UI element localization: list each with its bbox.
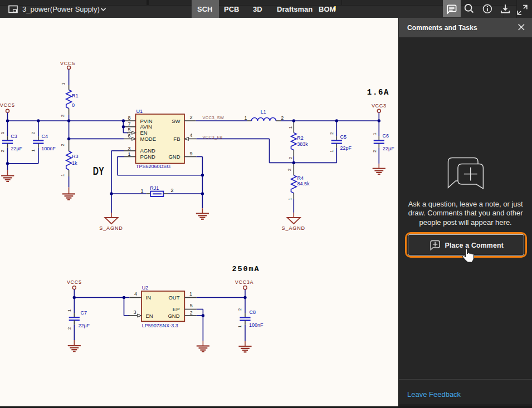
svg-text:1: 1	[287, 198, 292, 200]
svg-text:9: 9	[190, 151, 193, 156]
svg-text:4: 4	[134, 291, 137, 297]
svg-text:3: 3	[133, 309, 136, 315]
svg-text:1: 1	[189, 291, 192, 297]
svg-text:FB: FB	[173, 136, 180, 142]
svg-text:VCC3A: VCC3A	[235, 279, 254, 285]
svg-text:2: 2	[287, 168, 292, 171]
svg-text:C3: C3	[11, 134, 17, 139]
svg-text:5: 5	[190, 303, 193, 308]
svg-text:GND: GND	[168, 154, 180, 160]
svg-text:2: 2	[190, 310, 193, 316]
svg-text:AVIN: AVIN	[140, 124, 153, 130]
svg-text:2: 2	[0, 150, 5, 153]
svg-text:6: 6	[128, 133, 130, 139]
svg-text:2: 2	[31, 131, 36, 134]
svg-text:0: 0	[72, 102, 75, 108]
svg-text:1.6A: 1.6A	[367, 88, 389, 97]
svg-text:PGND: PGND	[140, 154, 156, 160]
svg-text:VCC5: VCC5	[60, 61, 75, 66]
svg-text:1: 1	[67, 309, 72, 312]
svg-text:1: 1	[0, 131, 5, 134]
svg-text:4: 4	[190, 132, 193, 138]
svg-text:2: 2	[288, 156, 293, 159]
svg-text:LP5907SNX-3.3: LP5907SNX-3.3	[142, 323, 178, 328]
svg-text:7: 7	[128, 121, 130, 127]
svg-text:100nF: 100nF	[41, 146, 56, 151]
svg-text:RJ1: RJ1	[150, 185, 159, 191]
svg-text:IN: IN	[146, 294, 152, 301]
svg-text:EP: EP	[173, 306, 180, 312]
svg-text:5: 5	[128, 127, 130, 132]
svg-text:383k: 383k	[297, 141, 308, 147]
svg-text:C7: C7	[81, 310, 87, 316]
svg-text:U1: U1	[136, 109, 143, 114]
svg-text:2: 2	[372, 150, 377, 153]
svg-text:2: 2	[281, 115, 284, 121]
svg-text:1: 1	[31, 149, 36, 152]
svg-text:22pF: 22pF	[340, 145, 352, 151]
svg-text:EN: EN	[146, 313, 153, 319]
svg-text:R1: R1	[72, 93, 79, 99]
svg-text:L1: L1	[261, 109, 266, 115]
svg-text:GND: GND	[168, 313, 179, 319]
svg-text:3: 3	[128, 146, 130, 151]
svg-text:1k: 1k	[72, 160, 77, 166]
svg-text:84.5k: 84.5k	[297, 181, 310, 186]
svg-text:R3: R3	[72, 154, 79, 159]
svg-text:2: 2	[237, 308, 242, 311]
svg-text:PVIN: PVIN	[140, 118, 153, 124]
svg-text:VCC3_FB: VCC3_FB	[203, 135, 223, 140]
svg-text:2: 2	[67, 327, 72, 330]
svg-text:R2: R2	[297, 135, 304, 141]
svg-text:1: 1	[288, 126, 293, 129]
svg-text:AGND: AGND	[140, 148, 156, 154]
svg-text:S_AGND: S_AGND	[99, 225, 123, 231]
svg-text:EN: EN	[140, 130, 148, 136]
svg-text:22µF: 22µF	[78, 323, 90, 328]
svg-text:C6: C6	[383, 133, 389, 139]
svg-text:1: 1	[140, 188, 143, 194]
svg-text:VCC3: VCC3	[372, 103, 387, 109]
svg-text:OUT: OUT	[168, 294, 179, 301]
svg-text:1: 1	[60, 174, 65, 176]
svg-text:1: 1	[329, 150, 334, 153]
svg-text:C8: C8	[250, 309, 256, 315]
svg-text:VCC3_SW: VCC3_SW	[203, 115, 224, 120]
svg-text:1: 1	[61, 82, 66, 85]
svg-text:MODE: MODE	[140, 136, 157, 142]
svg-text:C4: C4	[42, 134, 48, 139]
svg-text:TPS62060DSG: TPS62060DSG	[136, 164, 170, 169]
svg-text:VCC5: VCC5	[67, 279, 82, 285]
svg-text:SW: SW	[172, 118, 180, 124]
svg-text:2: 2	[171, 188, 174, 193]
svg-text:2: 2	[329, 132, 334, 135]
svg-text:1: 1	[128, 151, 130, 157]
svg-text:8: 8	[128, 115, 130, 121]
svg-text:1: 1	[372, 132, 377, 135]
svg-text:2: 2	[190, 115, 193, 120]
svg-text:VCC5: VCC5	[0, 102, 15, 108]
svg-text:2: 2	[60, 114, 65, 117]
svg-text:R4: R4	[297, 175, 304, 181]
svg-text:S_AGND: S_AGND	[282, 225, 305, 231]
svg-text:DY: DY	[93, 164, 104, 177]
svg-text:100nF: 100nF	[249, 322, 263, 328]
svg-text:22µF: 22µF	[383, 146, 394, 151]
svg-text:1: 1	[244, 115, 247, 121]
svg-text:2: 2	[60, 144, 65, 146]
svg-text:C5: C5	[340, 134, 347, 140]
svg-text:22µF: 22µF	[11, 146, 22, 151]
svg-text:250mA: 250mA	[232, 265, 260, 273]
svg-text:1: 1	[237, 325, 242, 328]
svg-text:U2: U2	[142, 285, 149, 291]
